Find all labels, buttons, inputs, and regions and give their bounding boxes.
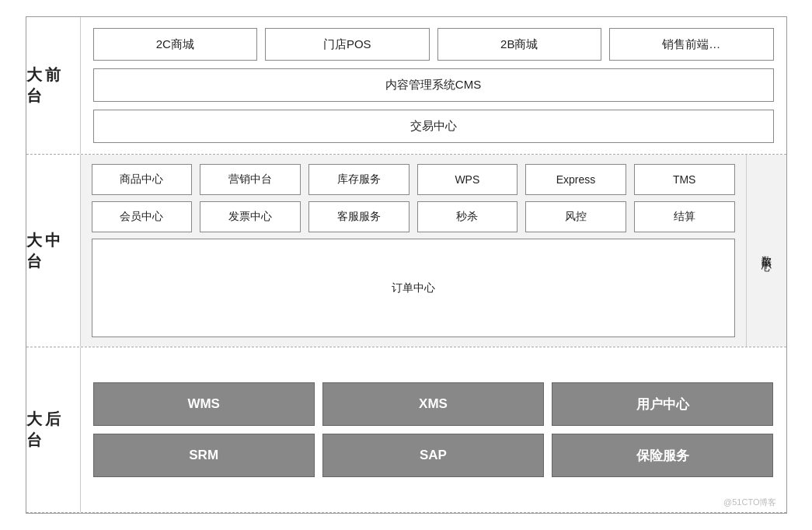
box-trade-center: 交易中心 <box>93 110 774 143</box>
front-label: 大前台 <box>26 17 81 154</box>
back-row: 大后台 WMS XMS 用户中心 SRM SAP 保险服务 <box>26 347 786 513</box>
back-box-row2: SRM SAP 保险服务 <box>93 434 774 477</box>
box-srm: SRM <box>93 434 315 477</box>
box-order-center: 订单中心 <box>92 239 735 337</box>
mid-box-row2: 会员中心 发票中心 客服服务 秒杀 风控 结算 <box>92 201 735 232</box>
back-content: WMS XMS 用户中心 SRM SAP 保险服务 <box>81 347 786 512</box>
box-insurance: 保险服务 <box>552 434 773 477</box>
box-sales-frontend: 销售前端… <box>609 28 774 61</box>
box-sap: SAP <box>322 434 544 477</box>
front-content: 2C商城 门店POS 2B商城 销售前端… 内容管理系统CMS 交易中心 <box>81 17 786 154</box>
mid-label: 大中台 <box>26 155 81 347</box>
mid-row: 大中台 商品中心 营销中台 库存服务 WPS Express TMS 会员中心 … <box>26 155 786 347</box>
box-wps: WPS <box>417 164 518 195</box>
box-store-pos: 门店POS <box>265 28 430 61</box>
watermark: @51CTO博客 <box>723 497 776 508</box>
back-box-row1: WMS XMS 用户中心 <box>93 382 774 426</box>
mid-box-row1: 商品中心 营销中台 库存服务 WPS Express TMS <box>92 164 735 195</box>
box-xms: XMS <box>322 382 544 426</box>
architecture-diagram: 大前台 2C商城 门店POS 2B商城 销售前端… 内容管理系统CMS 交易中心… <box>26 16 787 514</box>
box-2b-mall: 2B商城 <box>437 28 602 61</box>
box-marketing: 营销中台 <box>200 164 301 195</box>
front-row: 大前台 2C商城 门店POS 2B商城 销售前端… 内容管理系统CMS 交易中心 <box>26 17 786 155</box>
box-tms: TMS <box>634 164 735 195</box>
box-customer-service: 客服服务 <box>308 201 409 232</box>
box-invoice-center: 发票中心 <box>200 201 301 232</box>
box-flash-sale: 秒杀 <box>417 201 518 232</box>
box-user-center: 用户中心 <box>552 382 773 426</box>
box-member-center: 会员中心 <box>92 201 193 232</box>
box-cms: 内容管理系统CMS <box>93 68 774 102</box>
box-wms: WMS <box>93 382 315 426</box>
mid-content-wrapper: 商品中心 营销中台 库存服务 WPS Express TMS 会员中心 发票中心… <box>81 155 786 347</box>
box-2c-mall: 2C商城 <box>93 28 258 61</box>
box-risk-control: 风控 <box>525 201 626 232</box>
box-express: Express <box>525 164 626 195</box>
mid-section: 商品中心 营销中台 库存服务 WPS Express TMS 会员中心 发票中心… <box>81 155 746 347</box>
front-top-boxes: 2C商城 门店POS 2B商城 销售前端… <box>93 28 774 61</box>
data-center-side: 数据中心 <box>746 155 786 347</box>
box-product-center: 商品中心 <box>92 164 193 195</box>
box-settlement: 结算 <box>634 201 735 232</box>
back-label: 大后台 <box>26 347 81 512</box>
box-inventory: 库存服务 <box>308 164 409 195</box>
